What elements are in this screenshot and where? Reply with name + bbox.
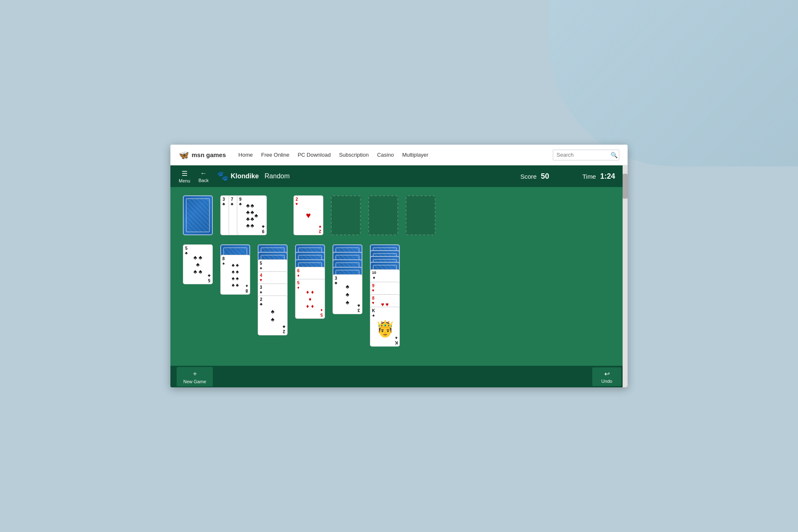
- menu-icon: ☰: [182, 170, 187, 177]
- nav-free-online[interactable]: Free Online: [261, 152, 289, 158]
- nav-bar: 🦋 msn games Home Free Online PC Download…: [170, 145, 628, 165]
- score-value: 50: [541, 172, 549, 181]
- waste-card-3[interactable]: 9♣ ♣♣ ♣♣ ♣♣ ♣♣ ♣ 9♣: [237, 195, 267, 235]
- foundation-4[interactable]: [406, 195, 436, 235]
- stock-pile[interactable]: [183, 195, 213, 235]
- tableau-col-4[interactable]: 6♦ ♦♦ ♦♦ ♦♦ 6♦ 5♦ ♦♦ ♦: [295, 244, 325, 328]
- undo-label: Undo: [601, 379, 612, 384]
- logo-butterfly-icon: 🦋: [179, 150, 189, 160]
- scrollbar-thumb[interactable]: [623, 174, 628, 199]
- plus-icon: ＋: [192, 369, 198, 378]
- tableau-card-1[interactable]: 5♣ ♣♣ ♣ ♣♣ 5♣: [183, 244, 213, 284]
- game-toolbar: ☰ Menu ← Back 🐾 Klondike Random Score 50…: [170, 165, 628, 187]
- score-label: Score: [520, 173, 537, 180]
- tableau-card-4b[interactable]: 5♦ ♦♦ ♦ ♦♦ 5♦: [295, 279, 325, 319]
- tableau-card-2[interactable]: 8♠ ♠♠ ♠♠ ♠♠ ♠♠ 8♠: [220, 255, 250, 295]
- back-label: Back: [199, 178, 209, 183]
- game-mode: Random: [265, 172, 290, 180]
- time-value: 1:24: [600, 172, 615, 181]
- game-bottom-bar: ＋ New Game ↩ Undo: [170, 366, 628, 387]
- time-area: Time 1:24: [582, 172, 615, 181]
- foundation-3[interactable]: [368, 195, 398, 235]
- nav-subscription[interactable]: Subscription: [339, 152, 369, 158]
- tableau-card-5[interactable]: 3♣ ♣ ♣ ♣ 3♣: [332, 274, 362, 314]
- search-input[interactable]: [557, 152, 611, 158]
- nav-links: Home Free Online PC Download Subscriptio…: [239, 152, 553, 158]
- menu-button[interactable]: ☰ Menu: [175, 168, 195, 185]
- foundation-1[interactable]: 2♥ ♥ 2♥: [293, 195, 323, 235]
- game-container: ☰ Menu ← Back 🐾 Klondike Random Score 50…: [170, 165, 628, 387]
- nav-casino[interactable]: Casino: [377, 152, 394, 158]
- new-game-label: New Game: [183, 379, 206, 384]
- undo-icon: ↩: [604, 370, 610, 378]
- tableau-col-5[interactable]: 3♣ ♣ ♣ ♣ 3♣: [332, 244, 362, 328]
- tableau-card-6d[interactable]: K♠ 🤴 K♠: [370, 307, 400, 347]
- tableau-col-2[interactable]: 8♠ ♠♠ ♠♠ ♠♠ ♠♠ 8♠: [220, 244, 250, 328]
- back-button[interactable]: ← Back: [195, 168, 213, 185]
- site-logo[interactable]: 🦋 msn games: [179, 150, 226, 160]
- game-play-area[interactable]: 3♣ ♣♣♣ 3♣ 7♣ ♣♣ ♣♣ ♣♣ ♣: [170, 187, 628, 366]
- nav-multiplayer[interactable]: Multiplayer: [402, 152, 429, 158]
- back-arrow-icon: ←: [200, 170, 207, 177]
- waste-pile: 3♣ ♣♣♣ 3♣ 7♣ ♣♣ ♣♣ ♣♣ ♣: [220, 195, 270, 235]
- tableau-col-3[interactable]: 5♠ ♠♠ ♠ ♠♠ 5♠ 4♥ ♥♥ ♥♥: [258, 244, 288, 336]
- game-info: 🐾 Klondike Random: [217, 171, 290, 182]
- search-bar[interactable]: 🔍: [553, 150, 619, 160]
- game-title: Klondike: [231, 172, 259, 180]
- tableau-col-1[interactable]: 5♣ ♣♣ ♣ ♣♣ 5♣: [183, 244, 213, 328]
- foundation-2[interactable]: [331, 195, 361, 235]
- new-game-button[interactable]: ＋ New Game: [177, 367, 213, 387]
- tableau-col-6[interactable]: 10♠ ♠♠♠♠ ♠♠ ♠♠♠♠ 10♠ 9♥ ♥♥♥ ♥♥♥: [370, 244, 400, 344]
- menu-label: Menu: [179, 178, 190, 183]
- tableau: 5♣ ♣♣ ♣ ♣♣ 5♣ 8♠: [183, 244, 615, 344]
- browser-window: 🦋 msn games Home Free Online PC Download…: [170, 145, 628, 387]
- nav-home[interactable]: Home: [239, 152, 253, 158]
- score-area: Score 50: [520, 172, 549, 181]
- scrollbar[interactable]: [623, 165, 628, 387]
- time-label: Time: [582, 173, 596, 180]
- search-icon[interactable]: 🔍: [611, 152, 618, 158]
- nav-pc-download[interactable]: PC Download: [298, 152, 331, 158]
- undo-button[interactable]: ↩ Undo: [592, 367, 621, 386]
- game-bear-icon: 🐾: [217, 171, 228, 182]
- logo-text: msn games: [192, 151, 226, 158]
- tableau-card-3d[interactable]: 2♣ ♣ ♣ 2♣: [258, 296, 288, 335]
